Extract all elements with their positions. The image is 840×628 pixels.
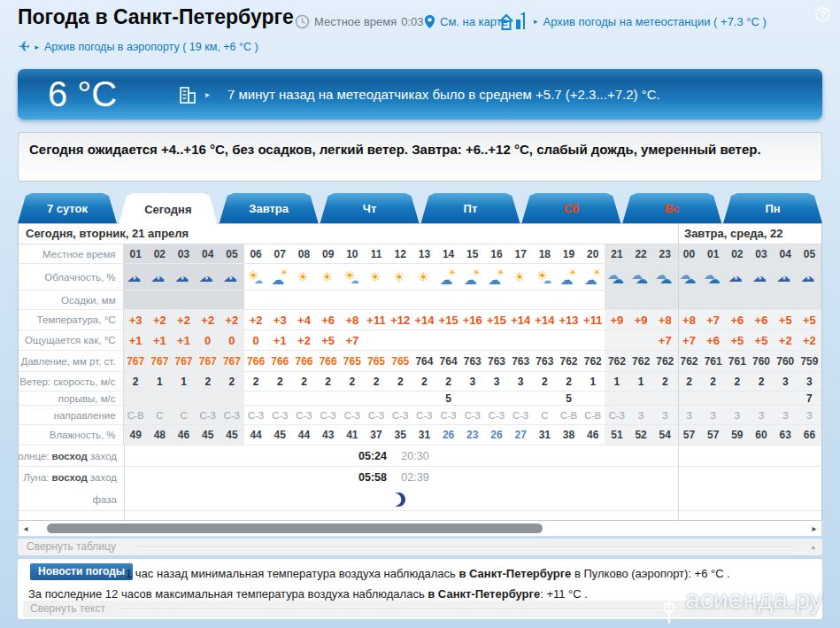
wind-direction-cell: С-З xyxy=(460,406,484,424)
wind-gust-cell xyxy=(316,392,340,405)
phase-row-label: фаза xyxy=(19,488,125,510)
precipitation-cell xyxy=(725,291,749,309)
moon-row: Луна: восход заход 05:58 02:39 xyxy=(19,467,821,488)
wind-speed-cell: 1 xyxy=(629,372,653,391)
pressure-cell: 760 xyxy=(774,351,798,371)
cloudiness-cell: ☁★ xyxy=(124,264,148,290)
humidity-cell: 60 xyxy=(749,425,773,445)
wind-direction-cell: С-З xyxy=(436,406,460,424)
collapse-news-bar[interactable]: Свернуть текст xyxy=(23,601,817,617)
wind-direction-cell: С-В xyxy=(581,406,605,424)
tab-sat[interactable]: Сб xyxy=(521,193,620,223)
hour-header-cell: 09 xyxy=(316,244,340,263)
scrollbar-thumb[interactable] xyxy=(47,523,543,533)
hour-header-cell: 07 xyxy=(268,244,292,263)
row-label-wind: Ветер: скорость, м/с xyxy=(19,372,124,391)
temperature-cell: +2 xyxy=(244,310,268,330)
tab-fri[interactable]: Пт xyxy=(421,193,520,223)
cloud-sun-icon: ☀☁ xyxy=(438,267,459,288)
humidity-cell: 41 xyxy=(340,425,364,445)
hour-header-cell: 05 xyxy=(798,244,821,263)
sunset-time: 20:30 xyxy=(394,450,436,462)
help-icon[interactable]: ? xyxy=(815,7,830,22)
temperature-cell: +2 xyxy=(196,310,220,330)
wind-speed-cell: 2 xyxy=(389,372,412,391)
tab-mon[interactable]: Пн xyxy=(723,193,822,223)
station-archive-link[interactable]: Архив погоды на метеостанции ( +7.3 °C ) xyxy=(543,15,767,28)
tab-7days[interactable]: 7 суток xyxy=(18,193,117,223)
wind-gust-cell xyxy=(412,392,436,405)
wind-direction-cell: С-З xyxy=(605,406,628,424)
wind-gust-cell: 5 xyxy=(436,392,460,405)
precipitation-cell xyxy=(316,291,340,309)
wind-gust-cell xyxy=(460,392,484,405)
humidity-cell: 46 xyxy=(172,425,196,445)
tab-sun[interactable]: Вс xyxy=(622,193,721,223)
wind-direction-cell: С-З xyxy=(268,406,292,424)
scrollbar-track[interactable] xyxy=(33,521,807,536)
row-humidity: Влажность, %4948464545444544434137353126… xyxy=(19,425,821,446)
precipitation-cell xyxy=(340,291,364,309)
wind-direction-cell: З xyxy=(677,406,701,424)
wind-speed-cell: 3 xyxy=(460,372,484,391)
wind-gust-cell xyxy=(653,392,677,405)
humidity-cell: 57 xyxy=(701,425,725,445)
pressure-cell: 767 xyxy=(148,351,172,371)
wind-speed-cell: 2 xyxy=(701,372,725,391)
row-label-pressure: Давление, мм рт. ст. xyxy=(19,351,124,371)
temperature-cell: +2 xyxy=(220,310,243,330)
hour-header-cell: 22 xyxy=(629,244,653,263)
airport-archive-link[interactable]: Архив погоды в аэропорту ( 19 км, +6 °C … xyxy=(44,41,258,53)
hour-header-cell: 08 xyxy=(292,244,316,263)
temperature-cell: +9 xyxy=(605,310,628,330)
sunrise-time: 05:24 xyxy=(351,450,394,462)
pressure-cell: 765 xyxy=(364,351,388,371)
feels-like-cell: +2 xyxy=(292,330,316,350)
date-row: Сегодня, вторник, 21 апреля Завтра, сред… xyxy=(19,224,821,244)
scroll-left-arrow[interactable]: ◂ xyxy=(19,523,33,533)
precipitation-cell xyxy=(629,291,653,309)
temperature-cell: +8 xyxy=(340,310,364,330)
wind-speed-cell: 2 xyxy=(124,372,148,391)
wind-gust-cell xyxy=(389,392,412,405)
precipitation-cell xyxy=(148,291,172,309)
collapse-table-bar[interactable]: Свернуть таблицу ▴ xyxy=(18,539,822,555)
station-group: ▸ Архив погоды на метеостанции ( +7.3 °C… xyxy=(498,11,767,32)
hour-header-cell: 16 xyxy=(484,244,508,263)
tab-thu[interactable]: Чт xyxy=(320,193,420,223)
precipitation-cell xyxy=(460,291,484,309)
news-badge[interactable]: Новости погоды xyxy=(30,563,133,580)
wind-gust-cell xyxy=(701,392,725,405)
feels-like-cell: +7 xyxy=(653,330,677,350)
wind-gust-cell xyxy=(220,392,243,405)
wind-speed-cell: 2 xyxy=(749,372,773,391)
wind-direction-cell: С-З xyxy=(220,406,243,424)
weather-news: Новости погоды 1 час назад минимальная т… xyxy=(18,559,822,619)
tab-tomorrow[interactable]: Завтра xyxy=(220,193,319,223)
feels-like-cell: +7 xyxy=(340,330,364,350)
temperature-cell: +4 xyxy=(292,310,316,330)
humidity-cell: 48 xyxy=(148,425,172,445)
scroll-right-arrow[interactable]: ▸ xyxy=(807,523,821,533)
humidity-cell: 26 xyxy=(484,425,508,445)
local-time-label: Местное время xyxy=(314,15,397,28)
forecast-summary: Сегодня ожидается +4..+16 °C, без осадко… xyxy=(18,132,822,182)
tab-today[interactable]: Сегодня xyxy=(119,193,218,225)
cloudiness-cell: ☁★ xyxy=(774,264,798,290)
hour-header-cell: 00 xyxy=(677,244,701,263)
pressure-cell: 763 xyxy=(460,351,484,371)
wind-direction-cell: З xyxy=(701,406,725,424)
humidity-cell: 46 xyxy=(581,425,605,445)
humidity-cell: 44 xyxy=(244,425,268,445)
precipitation-cell xyxy=(653,291,677,309)
humidity-cell: 45 xyxy=(268,425,292,445)
cloudiness-cell: ☀ xyxy=(509,264,533,290)
cloudiness-cell: ☀☁ xyxy=(533,264,557,290)
cloudiness-cell: ☁☁ xyxy=(701,264,725,290)
wind-gust-cell: 7 xyxy=(798,392,821,405)
wind-direction-cell: З xyxy=(629,406,653,424)
sensors-building-icon xyxy=(179,85,197,105)
row-feels: Ощущается как, °C+1+1+1000+1+2+5+7+7+7+6… xyxy=(19,330,821,351)
humidity-cell: 43 xyxy=(316,425,340,445)
pressure-cell: 766 xyxy=(292,351,316,371)
